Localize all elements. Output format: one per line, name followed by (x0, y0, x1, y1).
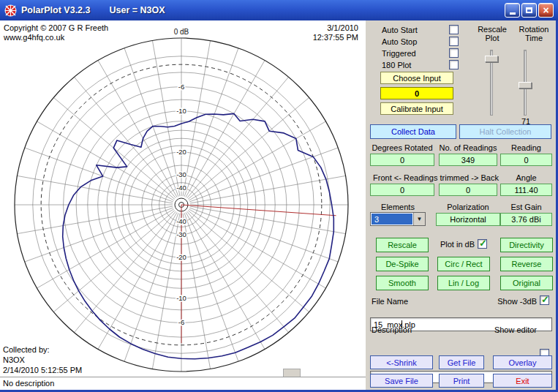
auto-stop-row: Auto Stop (382, 37, 459, 46)
180-plot-row: 180 Plot (382, 60, 459, 69)
reading-label: Reading (500, 143, 552, 152)
close-button[interactable]: × (538, 3, 554, 18)
degrees-rotated-label: Degrees Rotated (370, 143, 434, 152)
slider-thumb[interactable] (519, 82, 532, 88)
readings-label: No. of Readings (436, 143, 500, 152)
print-button[interactable]: Print (439, 374, 484, 388)
plot-in-db-row: Plot in dB (434, 239, 493, 249)
svg-text:0 dB: 0 dB (174, 28, 189, 36)
trim-back-value: 0 (439, 184, 497, 196)
collected-timestamp: 2/14/2010 5:12:55 PM (3, 365, 82, 375)
file-name-label: File Name (372, 297, 408, 306)
show-3db-label: Show -3dB (475, 297, 537, 306)
show-3db-checkbox[interactable] (540, 295, 549, 305)
svg-text:-30: -30 (176, 230, 186, 238)
app-window: PolarPlot V3.2.3 User = N3OX × Copyright… (0, 0, 558, 392)
auto-start-checkbox[interactable] (449, 25, 459, 34)
circ-rect-button[interactable]: Circ / Rect (437, 257, 490, 271)
trim-front-value: 0 (370, 184, 434, 196)
svg-text:-40: -40 (176, 184, 186, 192)
degrees-rotated-value: 0 (370, 154, 434, 166)
control-panel: Auto Start Auto Stop Triggered 180 Plot … (366, 20, 556, 390)
reading-value: 0 (500, 154, 552, 166)
de-spike-button[interactable]: De-Spike (376, 257, 429, 271)
calibrate-input-button[interactable]: Calibrate Input (380, 102, 453, 115)
titlebar: PolarPlot V3.2.3 User = N3OX × (0, 0, 558, 20)
rescale-plot-slider[interactable] (485, 50, 498, 116)
chevron-down-icon[interactable]: ▼ (413, 213, 425, 225)
triggered-checkbox[interactable] (449, 48, 459, 58)
rotation-time-label: Rotation Time (513, 25, 554, 42)
maximize-icon (526, 7, 532, 13)
readings-value: 349 (439, 154, 497, 166)
est-gain-value: 3.76 dBi (500, 213, 552, 226)
angle-label: Angle (500, 173, 552, 182)
svg-text:-6: -6 (178, 318, 184, 326)
exit-button[interactable]: Exit (493, 374, 552, 388)
svg-text:-40: -40 (176, 217, 186, 225)
save-file-button[interactable]: Save File (370, 374, 433, 388)
auto-start-row: Auto Start (382, 25, 459, 34)
auto-start-label: Auto Start (382, 26, 449, 34)
elements-label: Elements (370, 203, 426, 211)
angle-value: 111.40 (500, 184, 552, 196)
shrink-button[interactable]: <-Shrink (370, 355, 433, 369)
reverse-button[interactable]: Reverse (500, 257, 553, 271)
window-title: PolarPlot V3.2.3 (21, 5, 90, 15)
plot-area: Copyright © 2007 G R Freeth www.g4hfq.co… (0, 20, 366, 390)
halt-collection-button[interactable]: Halt Collection (459, 124, 551, 139)
triggered-row: Triggered (382, 48, 459, 58)
rescale-button[interactable]: Rescale (376, 238, 429, 252)
smooth-button[interactable]: Smooth (376, 276, 429, 290)
svg-text:-6: -6 (178, 83, 184, 91)
trimmed-label: Front <- Readings trimmed -> Back (366, 173, 506, 182)
overlay-button[interactable]: Overlay (493, 355, 552, 369)
svg-text:-20: -20 (176, 253, 186, 261)
show-editor-label: Show editor (475, 325, 537, 334)
get-file-button[interactable]: Get File (439, 355, 484, 369)
180-plot-checkbox[interactable] (449, 60, 459, 69)
svg-text:-10: -10 (176, 294, 186, 302)
est-gain-label: Est Gain (500, 203, 552, 211)
svg-text:-10: -10 (176, 107, 186, 115)
elements-dropdown[interactable]: 3 ▼ (370, 212, 426, 226)
plot-in-db-checkbox[interactable] (478, 239, 487, 249)
minimize-icon (510, 12, 516, 15)
elements-selected-value: 3 (372, 214, 412, 225)
polar-chart: 0 dB-6-6-10-10-20-20-30-30-40-40 (0, 20, 366, 379)
polarization-label: Polarization (436, 203, 500, 211)
collected-by-block: Collected by: N3OX 2/14/2010 5:12:55 PM (3, 344, 82, 375)
window-user-label: User = N3OX (109, 5, 165, 15)
original-button[interactable]: Original (500, 276, 553, 290)
maximize-button[interactable] (521, 3, 537, 18)
app-icon (4, 4, 17, 17)
choose-input-button[interactable]: Choose Input (380, 72, 453, 84)
rotation-time-slider[interactable] (519, 50, 532, 116)
auto-stop-label: Auto Stop (382, 37, 449, 46)
close-icon: × (543, 5, 548, 15)
180-plot-label: 180 Plot (382, 61, 449, 69)
svg-text:-30: -30 (176, 170, 186, 178)
status-bar: No description (0, 377, 366, 390)
rescale-plot-label: Rescale Plot (472, 25, 512, 42)
directivity-button[interactable]: Directivity (500, 238, 553, 252)
collected-by-callsign: N3OX (3, 355, 82, 365)
svg-text:-20: -20 (176, 148, 186, 156)
collect-data-button[interactable]: Collect Data (370, 124, 456, 139)
minimize-button[interactable] (505, 3, 520, 18)
input-level-value: 0 (380, 87, 453, 99)
lin-log-button[interactable]: Lin / Log (437, 276, 490, 290)
plot-in-db-label: Plot in dB (440, 240, 475, 249)
slider-thumb[interactable] (485, 56, 498, 62)
polarization-value: Horizontal (436, 213, 500, 226)
triggered-label: Triggered (382, 49, 449, 58)
auto-stop-checkbox[interactable] (449, 37, 459, 46)
description-label: Description (372, 325, 412, 334)
